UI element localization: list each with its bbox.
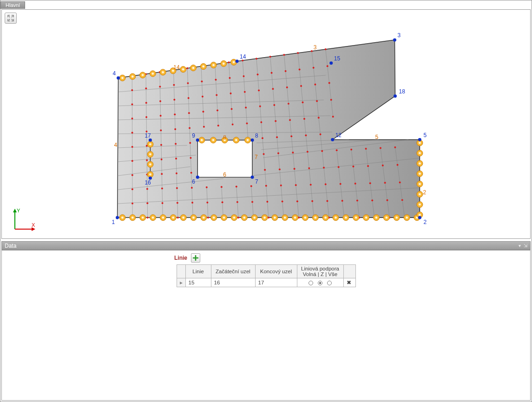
svg-point-213 <box>142 74 144 76</box>
svg-point-20 <box>146 202 148 204</box>
row-header[interactable]: ▸ <box>177 278 185 287</box>
svg-point-69 <box>222 201 223 203</box>
svg-point-2 <box>131 103 133 105</box>
svg-point-200 <box>395 217 398 219</box>
cell-end[interactable]: 17 <box>255 278 297 287</box>
node-2[interactable] <box>418 216 421 219</box>
col-start[interactable]: Začáteční uzel <box>211 265 255 278</box>
svg-point-28 <box>161 158 163 160</box>
pin-icon[interactable]: ⇲ <box>524 243 527 248</box>
axis-x-label: X <box>32 222 35 228</box>
svg-point-148 <box>336 149 338 151</box>
svg-point-6 <box>131 160 133 162</box>
node-15[interactable] <box>329 61 333 65</box>
svg-point-201 <box>406 217 408 219</box>
svg-point-180 <box>192 217 195 219</box>
svg-point-107 <box>280 185 282 186</box>
svg-point-3 <box>131 118 133 119</box>
svg-point-135 <box>316 100 318 102</box>
svg-point-182 <box>213 217 215 219</box>
node-7[interactable] <box>251 176 254 179</box>
svg-point-80 <box>243 75 245 77</box>
svg-point-13 <box>145 102 147 104</box>
svg-point-31 <box>162 202 164 204</box>
axis-gizmo: Y X <box>10 206 38 234</box>
svg-point-46 <box>188 97 190 99</box>
add-line-button[interactable] <box>191 253 200 263</box>
svg-point-108 <box>282 201 283 203</box>
svg-point-150 <box>340 183 342 185</box>
radio-vse[interactable] <box>327 281 332 285</box>
tab-main[interactable]: Hlavní <box>0 1 25 9</box>
svg-point-217 <box>182 68 184 71</box>
svg-point-98 <box>268 217 269 218</box>
svg-point-93 <box>262 137 263 139</box>
svg-point-186 <box>253 217 256 219</box>
svg-point-40 <box>176 172 177 174</box>
node-14[interactable] <box>236 59 239 63</box>
table-row[interactable]: ▸151617✖ <box>177 278 355 287</box>
delete-row-button[interactable]: ✖ <box>343 278 355 287</box>
node-1[interactable] <box>116 216 119 219</box>
node-label: 2 <box>423 219 427 225</box>
node-17[interactable] <box>149 138 152 142</box>
svg-point-35 <box>173 99 175 100</box>
node-8[interactable] <box>251 138 254 142</box>
svg-point-209 <box>419 204 421 206</box>
node-5[interactable] <box>418 138 421 141</box>
svg-point-65 <box>216 94 217 96</box>
section-label-linie: Linie <box>174 255 187 261</box>
svg-point-145 <box>328 82 330 84</box>
radio-volna[interactable] <box>309 281 313 285</box>
svg-point-149 <box>338 166 340 168</box>
col-linie[interactable]: Linie <box>185 265 211 278</box>
cell-start[interactable]: 16 <box>211 278 255 287</box>
svg-point-123 <box>300 85 302 87</box>
svg-point-193 <box>324 217 327 219</box>
svg-point-185 <box>243 217 245 219</box>
svg-point-23 <box>159 86 161 87</box>
svg-point-8 <box>131 188 133 190</box>
edge-label: 7 <box>255 154 258 160</box>
edge-label: 3 <box>314 44 317 51</box>
svg-point-38 <box>175 143 177 145</box>
svg-point-66 <box>217 109 218 111</box>
axis-y-label: Y <box>17 208 20 213</box>
mesh-diagram[interactable]: 123456789121415161718314456782 <box>2 10 530 238</box>
svg-point-19 <box>146 188 148 190</box>
canvas-panel[interactable]: 123456789121415161718314456782 Y X <box>1 9 531 239</box>
node-6[interactable] <box>196 176 199 179</box>
svg-point-139 <box>323 167 325 169</box>
node-18[interactable] <box>394 94 397 98</box>
node-9[interactable] <box>196 138 199 142</box>
radio-z[interactable] <box>318 281 322 285</box>
svg-point-218 <box>192 67 194 69</box>
col-support[interactable]: Liniová podpora Volná | Z | Vše <box>297 265 343 278</box>
svg-point-71 <box>228 61 230 63</box>
svg-point-48 <box>189 127 190 129</box>
svg-point-154 <box>352 165 354 167</box>
linie-table[interactable]: Linie Začáteční uzel Koncový uzel Liniov… <box>177 264 356 287</box>
cell-support[interactable] <box>297 278 343 287</box>
svg-point-44 <box>186 67 188 69</box>
svg-point-207 <box>419 183 421 185</box>
dropdown-icon[interactable]: ▾ <box>519 243 521 248</box>
node-label: 9 <box>192 132 195 139</box>
svg-point-99 <box>269 56 271 58</box>
cell-linie[interactable]: 15 <box>185 278 211 287</box>
svg-point-118 <box>295 184 297 186</box>
svg-point-5 <box>131 146 133 148</box>
node-3[interactable] <box>393 38 396 41</box>
node-12[interactable] <box>331 138 334 141</box>
plus-icon <box>193 255 198 261</box>
svg-point-134 <box>314 84 316 86</box>
data-panel-header[interactable]: Data ▾ ⇲ <box>1 241 531 250</box>
col-end[interactable]: Koncový uzel <box>255 265 297 278</box>
svg-point-224 <box>212 139 214 141</box>
svg-point-72 <box>229 77 230 79</box>
node-4[interactable] <box>117 76 120 79</box>
svg-point-12 <box>145 87 147 89</box>
svg-point-121 <box>297 52 299 54</box>
svg-point-205 <box>419 162 421 165</box>
svg-point-50 <box>190 157 191 159</box>
